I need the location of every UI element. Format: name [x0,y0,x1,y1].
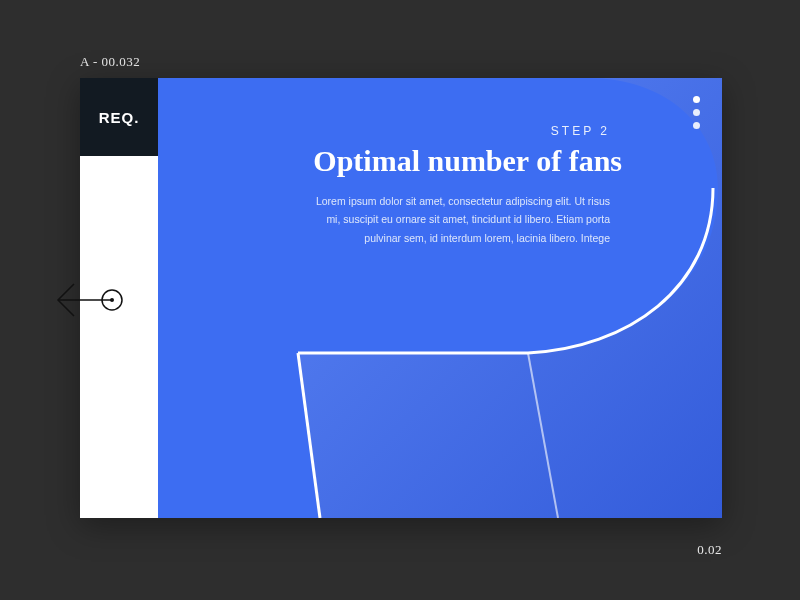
step-label: STEP 2 [218,124,622,138]
content-block: STEP 2 Optimal number of fans Lorem ipsu… [218,124,662,247]
frame-top-label: A - 00.032 [80,54,140,70]
back-arrow-icon [52,278,132,322]
dot-icon [693,109,700,116]
frame-bottom-label: 0.02 [697,542,722,558]
menu-dots-icon[interactable] [693,96,700,129]
back-arrow-button[interactable] [52,278,132,322]
logo[interactable]: REQ. [80,78,158,156]
headline: Optimal number of fans [218,144,622,178]
svg-point-2 [110,298,114,302]
main-panel: STEP 2 Optimal number of fans Lorem ipsu… [158,78,722,518]
dot-icon [693,122,700,129]
dot-icon [693,96,700,103]
body-text: Lorem ipsum dolor sit amet, consectetur … [312,192,622,247]
sidebar-spacer [80,156,158,518]
presentation-card: REQ. STEP 2 Optimal number of fans [80,78,722,518]
